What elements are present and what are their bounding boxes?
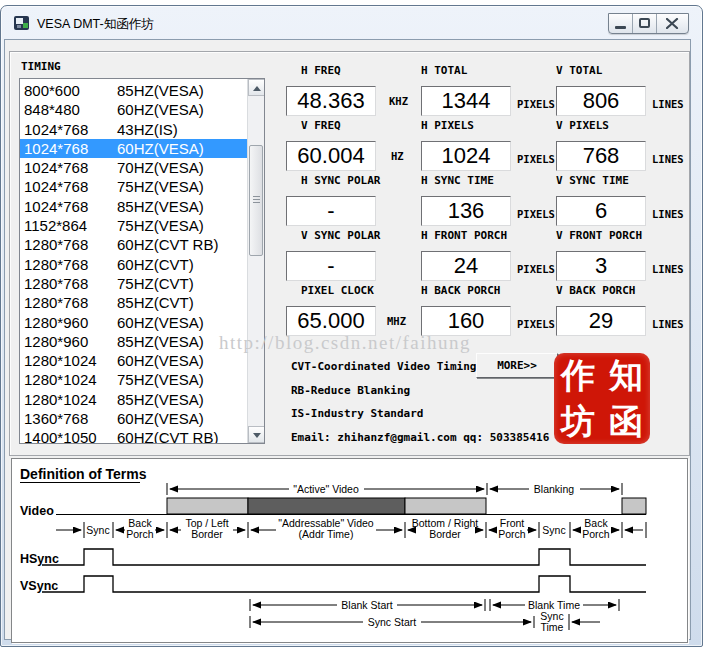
seal-char: 坊 bbox=[554, 399, 602, 445]
timing-list-item[interactable]: 1024*76870HZ(VESA) bbox=[20, 158, 247, 177]
field-label: H FREQ bbox=[301, 64, 341, 77]
timing-list-item[interactable]: 1024*76843HZ(IS) bbox=[20, 120, 247, 139]
field-label: H PIXELS bbox=[421, 119, 474, 132]
field-unit: HZ bbox=[391, 150, 404, 162]
timing-list-item[interactable]: 848*48060HZ(VESA) bbox=[20, 100, 247, 119]
v-front-porch-value: 3 bbox=[556, 251, 646, 281]
svg-text:Porch: Porch bbox=[126, 528, 154, 540]
v-back-porch-value: 29 bbox=[556, 306, 646, 336]
top-left-border-block bbox=[167, 498, 248, 514]
next-line-block bbox=[622, 498, 646, 514]
svg-text:Border: Border bbox=[429, 528, 461, 540]
hsync-row-label: HSync bbox=[20, 552, 59, 566]
seal-char: 知 bbox=[602, 353, 650, 399]
minimize-button[interactable] bbox=[609, 14, 633, 33]
scroll-thumb[interactable] bbox=[249, 145, 263, 256]
field-unit: PIXELS bbox=[517, 318, 555, 330]
active-video-label: "Active" Video bbox=[293, 483, 359, 495]
field-label: V FREQ bbox=[301, 119, 341, 132]
timing-list-item[interactable]: 1280*96085HZ(VESA) bbox=[20, 332, 247, 351]
field-label: H SYNC TIME bbox=[421, 174, 494, 187]
timing-list-item[interactable]: 1280*102475HZ(VESA) bbox=[20, 370, 247, 389]
field-label: V SYNC POLAR bbox=[301, 229, 380, 242]
window-title: VESA DMT-知函作坊 bbox=[37, 16, 154, 33]
hsync-waveform bbox=[42, 549, 646, 565]
timing-list-item[interactable]: 800*60085HZ(VESA) bbox=[20, 81, 247, 100]
field-unit: PIXELS bbox=[517, 98, 555, 110]
timing-list-item[interactable]: 1400*105060HZ(CVT RB) bbox=[20, 428, 247, 444]
scroll-up-button[interactable] bbox=[248, 79, 265, 96]
field-label: H FRONT PORCH bbox=[421, 229, 507, 242]
svg-text:Porch: Porch bbox=[498, 528, 526, 540]
triangle-down-icon bbox=[253, 433, 261, 438]
scroll-down-button[interactable] bbox=[248, 426, 265, 443]
note-cvt: CVT-Coordinated Video Timings bbox=[291, 360, 483, 373]
svg-text:(Addr Time): (Addr Time) bbox=[299, 528, 354, 540]
field-label: H TOTAL bbox=[421, 64, 467, 77]
maximize-button[interactable] bbox=[633, 14, 657, 33]
vsync-row-label: VSync bbox=[20, 579, 58, 593]
field-label: PIXEL CLOCK bbox=[301, 284, 374, 297]
field-label: V BACK PORCH bbox=[556, 284, 635, 297]
v-pixels-value: 768 bbox=[556, 141, 646, 171]
timing-list-item[interactable]: 1280*102485HZ(VESA) bbox=[20, 390, 247, 409]
timing-listbox[interactable]: 800*60085HZ(VESA) 848*48060HZ(VESA) 1024… bbox=[19, 78, 265, 444]
h-sync-polar-value: - bbox=[286, 196, 376, 226]
close-button[interactable] bbox=[657, 14, 688, 33]
sync-start-label: Sync Start bbox=[368, 616, 417, 628]
more-button[interactable]: MORE>> bbox=[476, 353, 558, 378]
timing-list-item[interactable]: 1024*76875HZ(VESA) bbox=[20, 177, 247, 196]
field-unit: LINES bbox=[652, 263, 684, 275]
seal-stamp: 作 知 坊 函 bbox=[554, 353, 650, 444]
timing-list-item[interactable]: 1280*76875HZ(CVT) bbox=[20, 274, 247, 293]
seal-char: 函 bbox=[602, 399, 650, 445]
titlebar[interactable]: VESA DMT-知函作坊 bbox=[1, 6, 702, 39]
list-scrollbar[interactable] bbox=[247, 79, 264, 443]
screenshot-stage: VESA DMT-知函作坊 TIMING 800*60085HZ(VESA) 8… bbox=[0, 0, 703, 649]
v-sync-time-value: 6 bbox=[556, 196, 646, 226]
timing-diagram: Definition of Terms "Active" Video Blank… bbox=[12, 459, 687, 642]
minimize-icon bbox=[615, 26, 626, 29]
maximize-icon bbox=[639, 18, 650, 28]
pixel-clock-value: 65.000 bbox=[286, 306, 376, 336]
blank-start-label: Blank Start bbox=[341, 599, 392, 611]
timing-list-item[interactable]: 1280*76885HZ(CVT) bbox=[20, 293, 247, 312]
field-unit: PIXELS bbox=[517, 153, 555, 165]
triangle-up-icon bbox=[253, 86, 261, 91]
timing-list-item[interactable]: 1280*96060HZ(VESA) bbox=[20, 313, 247, 332]
field-unit: MHZ bbox=[387, 315, 406, 327]
note-rb: RB-Reduce Blanking bbox=[291, 384, 410, 397]
v-freq-value: 60.004 bbox=[286, 141, 376, 171]
sync-segment-label: Sync bbox=[86, 524, 109, 536]
field-unit: PIXELS bbox=[517, 208, 555, 220]
window-controls bbox=[608, 13, 689, 34]
app-icon bbox=[14, 15, 30, 31]
field-label: V SYNC TIME bbox=[556, 174, 629, 187]
timing-label: TIMING bbox=[21, 60, 61, 73]
h-sync-time-value: 136 bbox=[421, 196, 511, 226]
timing-list-item[interactable]: 1280*76860HZ(CVT) bbox=[20, 255, 247, 274]
seal-char: 作 bbox=[554, 353, 602, 399]
video-row-label: Video bbox=[20, 504, 54, 518]
field-label: V TOTAL bbox=[556, 64, 602, 77]
field-label: V FRONT PORCH bbox=[556, 229, 642, 242]
timing-list-item-selected[interactable]: 1024*76860HZ(VESA) bbox=[20, 139, 247, 158]
timing-list-item[interactable]: 1360*76860HZ(VESA) bbox=[20, 409, 247, 428]
timing-list-item[interactable]: 1024*76885HZ(VESA) bbox=[20, 197, 247, 216]
vsync-waveform bbox=[42, 576, 646, 592]
h-total-value: 1344 bbox=[421, 86, 511, 116]
h-front-porch-value: 24 bbox=[421, 251, 511, 281]
field-label: H SYNC POLAR bbox=[301, 174, 380, 187]
timing-list-item[interactable]: 1280*102460HZ(VESA) bbox=[20, 351, 247, 370]
blanking-label: Blanking bbox=[534, 483, 574, 495]
field-unit: KHZ bbox=[389, 95, 408, 107]
timing-list-item[interactable]: 1152*86475HZ(VESA) bbox=[20, 216, 247, 235]
v-total-value: 806 bbox=[556, 86, 646, 116]
svg-text:Border: Border bbox=[191, 528, 223, 540]
field-label: V PIXELS bbox=[556, 119, 609, 132]
field-unit: LINES bbox=[652, 208, 684, 220]
close-icon bbox=[666, 18, 679, 29]
addressable-video-block bbox=[248, 498, 405, 514]
timing-list-item[interactable]: 1280*76860HZ(CVT RB) bbox=[20, 235, 247, 254]
timing-list: 800*60085HZ(VESA) 848*48060HZ(VESA) 1024… bbox=[20, 81, 247, 444]
